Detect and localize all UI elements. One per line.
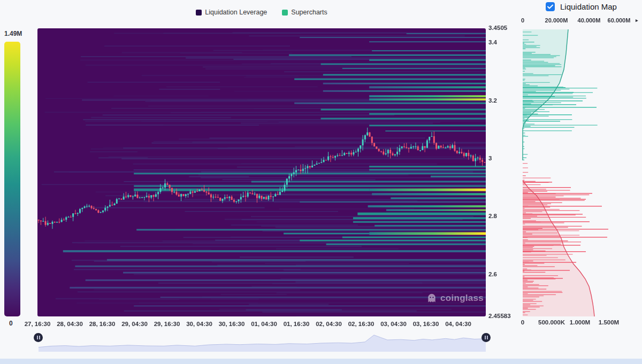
price-axis-tick: 3.4505	[488, 25, 507, 31]
time-axis-tick: 30, 04:30	[177, 321, 222, 327]
liq-map-bottom-axis-tick: 0	[499, 319, 547, 326]
time-axis-tick: 30, 16:30	[209, 321, 254, 327]
time-axis-tick: 27, 16:30	[15, 321, 60, 327]
liquidation-heatmap-canvas[interactable]	[37, 28, 486, 316]
legend-label: Liquidation Leverage	[205, 9, 267, 16]
liq-map-top-axis-tick: 60.000M	[595, 17, 642, 24]
time-axis-tick: 01, 16:30	[274, 321, 319, 327]
liquidation-map-canvas[interactable]	[516, 24, 642, 316]
time-axis-tick: 03, 04:30	[371, 321, 416, 327]
axis-arrow-icon: ▸	[636, 18, 638, 23]
legend-label: Supercharts	[291, 9, 327, 16]
liq-map-bottom-axis-tick: 1.500M	[585, 319, 633, 326]
time-axis-tick: 02, 16:30	[339, 321, 384, 327]
time-axis-tick: 28, 04:30	[48, 321, 93, 327]
navigator-right-handle[interactable]	[482, 333, 491, 342]
time-axis-tick: 04, 04:30	[436, 321, 481, 327]
colorbar-min-label: 0	[9, 320, 13, 327]
price-axis-tick: 2.45583	[488, 313, 511, 319]
legend-item-liquidation-leverage[interactable]: Liquidation Leverage	[196, 9, 267, 16]
liquidation-map-toggle[interactable]: Liquidation Map	[546, 2, 617, 11]
colorbar-max-label: 1.49M	[4, 30, 22, 37]
price-axis-tick: 3.4	[488, 39, 497, 45]
time-axis-tick: 29, 16:30	[144, 321, 189, 327]
grip-icon	[37, 336, 38, 339]
liq-map-bottom-axis-tick: 500.000K	[528, 319, 576, 326]
time-axis-tick: 29, 04:30	[112, 321, 157, 327]
time-axis-tick: 28, 16:30	[80, 321, 125, 327]
price-axis-tick: 3.2	[488, 97, 497, 104]
price-axis-tick: 3	[488, 155, 492, 161]
liquidation-map-toggle-label: Liquidation Map	[560, 2, 617, 11]
liq-map-top-axis-tick: 20.000M	[532, 17, 580, 24]
time-axis-tick: 01, 04:30	[242, 321, 287, 327]
liq-map-bottom-axis-tick: 1.000M	[556, 319, 604, 326]
liquidation-leverage-swatch-icon	[196, 10, 202, 16]
grip-icon	[485, 336, 486, 339]
checkbox-checked-icon[interactable]	[546, 2, 555, 11]
liq-map-top-axis-tick: 0	[499, 17, 547, 24]
liquidation-heatmap-page: Liquidation Leverage Supercharts Liquida…	[0, 0, 642, 364]
price-axis-tick: 2.6	[488, 271, 497, 277]
legend-item-supercharts[interactable]: Supercharts	[282, 9, 327, 16]
chart-legend: Liquidation Leverage Supercharts	[37, 9, 486, 16]
time-axis-tick: 02, 04:30	[307, 321, 351, 327]
navigator-left-handle[interactable]	[34, 333, 43, 342]
liq-map-top-axis-tick: 40.000M	[565, 17, 613, 24]
price-axis-tick: 2.8	[488, 213, 497, 219]
time-axis-tick: 03, 16:30	[403, 321, 448, 327]
navigator-canvas[interactable]	[39, 331, 486, 352]
supercharts-swatch-icon	[282, 10, 288, 16]
colorbar	[4, 42, 20, 316]
bottom-scroll-strip[interactable]	[0, 359, 642, 364]
